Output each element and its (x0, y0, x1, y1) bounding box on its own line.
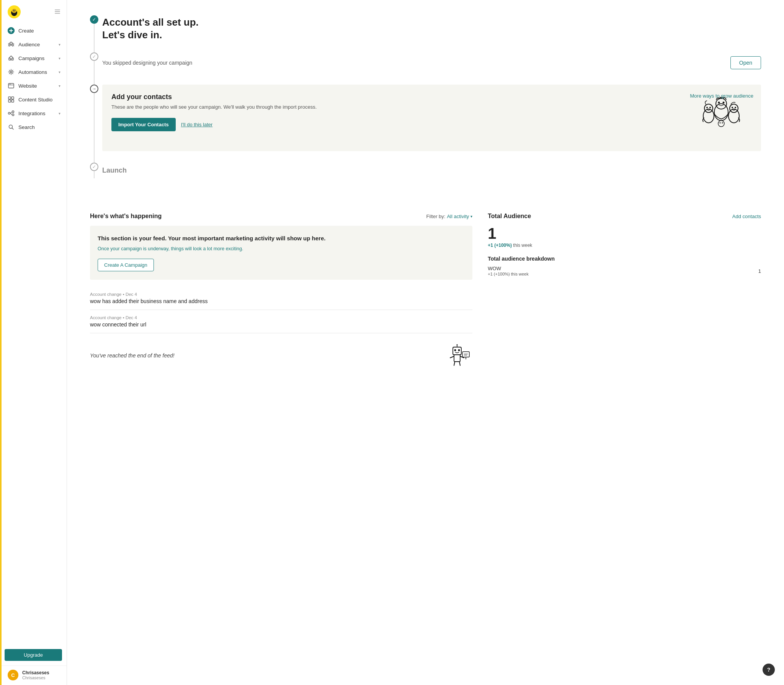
create-icon (8, 27, 15, 34)
feed-item-meta: Account change • Dec 4 (90, 315, 472, 320)
sidebar-item-create[interactable]: Create (0, 24, 67, 38)
feed-item: Account change • Dec 4 wow connected the… (90, 310, 472, 333)
filter-label: Filter by: (426, 214, 446, 219)
chevron-down-icon: ▾ (59, 84, 60, 88)
step-launch-icon: ✓ (90, 163, 98, 171)
feed-title: Here's what's happening (90, 213, 162, 220)
svg-point-8 (15, 11, 17, 12)
breakdown-title: Total audience breakdown (488, 256, 761, 262)
audience-change-suffix: this week (513, 243, 532, 248)
feed-filter[interactable]: Filter by: All activity ▾ (426, 214, 473, 219)
sidebar-item-campaigns[interactable]: Campaigns ▾ (0, 51, 67, 65)
more-ways-grow-link[interactable]: More ways to grow audience (690, 93, 753, 99)
feed-item-text: wow connected their url (90, 321, 472, 328)
chevron-down-icon: ▾ (59, 111, 60, 116)
launch-title: Launch (102, 166, 127, 175)
svg-point-47 (722, 122, 723, 124)
end-of-feed: You've reached the end of the feed! (90, 333, 472, 371)
feed-card-desc: Once your campaign is underway, things w… (98, 245, 465, 253)
svg-rect-10 (55, 11, 60, 12)
audience-header: Total Audience Add contacts (488, 213, 761, 220)
sidebar-item-website[interactable]: Website ▾ (0, 79, 67, 93)
step-account-setup: ✓ Account's all set up. Let's dive in. (102, 15, 761, 41)
sidebar-toggle-button[interactable] (54, 8, 60, 16)
mailchimp-logo[interactable] (8, 5, 21, 18)
end-illustration-svg (443, 344, 471, 367)
end-illustration (442, 344, 472, 367)
svg-point-24 (10, 84, 11, 85)
open-button[interactable]: Open (730, 56, 761, 69)
sidebar-item-label: Integrations (18, 111, 46, 116)
feed-card-title: This section is your feed. Your most imp… (98, 234, 465, 242)
upgrade-button[interactable]: Upgrade (5, 649, 62, 661)
svg-point-36 (723, 102, 725, 104)
feed-intro-card: This section is your feed. Your most imp… (90, 226, 472, 280)
contacts-illustration (691, 93, 752, 143)
step-add-contacts: → Add your contacts These are the people… (102, 85, 761, 151)
svg-point-40 (709, 107, 711, 108)
help-button[interactable]: ? (763, 664, 775, 676)
import-contacts-button[interactable]: Import Your Contacts (111, 118, 176, 131)
automations-icon (8, 68, 15, 75)
svg-point-6 (15, 10, 15, 11)
sidebar-item-label: Audience (18, 42, 40, 47)
website-icon (8, 82, 15, 89)
user-info: Chrisaseses Chrisaseses (22, 670, 49, 680)
svg-point-23 (9, 84, 10, 85)
svg-point-49 (454, 349, 456, 351)
campaigns-icon (8, 55, 15, 62)
feed-header: Here's what's happening Filter by: All a… (90, 213, 472, 220)
svg-point-35 (718, 102, 720, 104)
illustration-svg (693, 93, 750, 143)
svg-rect-26 (11, 97, 14, 99)
integrations-icon (8, 110, 15, 117)
sidebar-logo-area (0, 0, 67, 22)
sidebar-item-automations[interactable]: Automations ▾ (0, 65, 67, 79)
step-launch: ✓ Launch (102, 163, 761, 178)
audience-count: 1 (488, 226, 761, 241)
svg-point-29 (8, 113, 10, 114)
sidebar-item-search[interactable]: Search (0, 120, 67, 134)
end-of-feed-text: You've reached the end of the feed! (90, 352, 175, 359)
svg-point-51 (457, 344, 458, 345)
svg-rect-14 (9, 30, 13, 31)
svg-point-16 (8, 43, 10, 45)
svg-rect-53 (462, 352, 469, 357)
contacts-desc: These are the people who will see your c… (111, 103, 683, 111)
filter-value[interactable]: All activity (447, 214, 469, 219)
sidebar-item-label: Automations (18, 69, 47, 75)
step-skipped-icon: ✓ (90, 52, 98, 61)
feed-section: Here's what's happening Filter by: All a… (90, 213, 472, 371)
svg-point-44 (735, 107, 736, 108)
chevron-down-icon: ▾ (59, 56, 60, 60)
sidebar-item-integrations[interactable]: Integrations ▾ (0, 106, 67, 120)
chevron-down-icon: ▾ (59, 70, 60, 74)
svg-point-43 (732, 107, 733, 108)
sidebar-item-label: Content Studio (18, 97, 52, 103)
svg-point-38 (704, 104, 713, 113)
sidebar-item-audience[interactable]: Audience ▾ (0, 38, 67, 51)
svg-point-45 (718, 121, 724, 127)
svg-point-50 (458, 349, 460, 351)
svg-rect-27 (8, 100, 11, 102)
breakdown-row: WOW +1 (+100%) this week 1 (488, 266, 761, 276)
audience-section: Total Audience Add contacts 1 +1 (+100%)… (488, 213, 761, 371)
do-later-button[interactable]: I'll do this later (181, 122, 213, 127)
add-contacts-link[interactable]: Add contacts (732, 214, 761, 219)
svg-rect-52 (454, 355, 460, 362)
contacts-title: Add your contacts (111, 93, 683, 101)
user-account[interactable]: C Chrisaseses Chrisaseses (0, 665, 67, 685)
step-title: Account's all set up. Let's dive in. (102, 16, 761, 41)
breakdown-change: +1 (+100%) this week (488, 272, 528, 276)
sidebar-item-content-studio[interactable]: Content Studio (0, 93, 67, 106)
svg-point-5 (13, 10, 13, 11)
avatar: C (8, 670, 18, 680)
user-sub: Chrisaseses (22, 675, 49, 680)
sidebar-item-label: Search (18, 124, 35, 130)
svg-point-30 (12, 111, 14, 113)
feed-item: Account change • Dec 4 wow has added the… (90, 287, 472, 310)
audience-positive-change: +1 (+100%) (488, 243, 512, 248)
svg-rect-48 (453, 347, 461, 355)
breakdown-name: WOW (488, 266, 528, 271)
create-campaign-button[interactable]: Create A Campaign (98, 259, 154, 271)
